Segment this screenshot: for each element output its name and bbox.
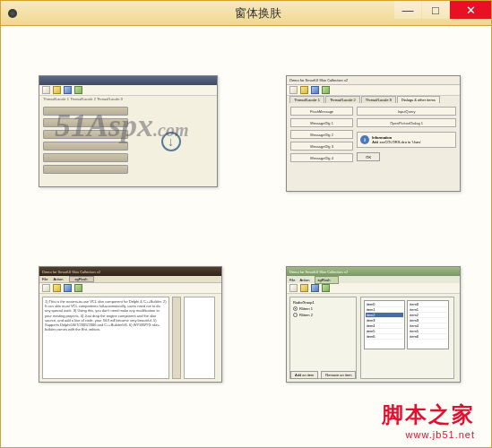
radiogroup-panel: RadioGroup1 R/item 1 R/item 2 bbox=[289, 297, 357, 379]
listbox-2: item0item1 item2item3 item4item5 item6 bbox=[407, 300, 448, 349]
dropdown: zgFlash bbox=[315, 276, 339, 284]
skin-preview-3[interactable]: Demo for SmartUI Skin Collection v2 File… bbox=[39, 266, 222, 383]
preview-button: MessageDlg 4 bbox=[290, 153, 353, 162]
open-icon bbox=[53, 86, 61, 94]
preview-button bbox=[43, 142, 128, 151]
preview2-body: FlashMessage MessageDlg 1 MessageDlg 2 M… bbox=[287, 103, 460, 166]
client-area: 51Aspx.com Thread/Locale 1 Thread/Locale… bbox=[1, 26, 491, 447]
app-icon bbox=[8, 9, 17, 18]
preview-button: OpenPictureDialog 1 bbox=[357, 118, 456, 127]
dropdown: zgFlash bbox=[69, 276, 94, 282]
radio-icon bbox=[293, 306, 298, 311]
skin-preview-2[interactable]: Demo for SmartUI Skin Collection v2 Thre… bbox=[286, 75, 461, 192]
titlebar[interactable]: 窗体换肤 — □ ✕ bbox=[1, 1, 491, 26]
preview2-tabs: Thread/Locale 1 Thread/Locale 2 Thread/L… bbox=[287, 96, 460, 103]
preview-button: MessageDlg 1 bbox=[290, 118, 353, 127]
preview4-titlebar: Demo for SmartUI Skin Collection v2 bbox=[287, 267, 460, 276]
open-icon bbox=[300, 284, 308, 292]
preview-button bbox=[43, 153, 128, 162]
listbox bbox=[184, 297, 215, 379]
preview-button: InputQuery bbox=[357, 107, 456, 116]
save-icon bbox=[311, 86, 319, 94]
info-icon: i bbox=[360, 135, 369, 144]
open-icon bbox=[300, 86, 308, 94]
info-box: i Information Add xxxCOLORS.dcu to 'Uses… bbox=[357, 132, 456, 148]
preview3-menu: File Action zgFlash bbox=[39, 276, 221, 283]
preview3-toolbar bbox=[39, 283, 221, 294]
preview4-body: RadioGroup1 R/item 1 R/item 2 item0item1… bbox=[287, 294, 460, 382]
settings-icon bbox=[74, 284, 82, 292]
preview2-titlebar: Demo for SmartUI Skin Collection v2 bbox=[287, 76, 460, 85]
new-icon bbox=[42, 86, 50, 94]
preview4-toolbar bbox=[287, 283, 460, 294]
new-icon bbox=[289, 86, 298, 94]
save-icon bbox=[64, 86, 72, 94]
download-icon: ↓ bbox=[161, 132, 181, 151]
new-icon bbox=[42, 284, 50, 292]
add-item-button: Add an item bbox=[290, 371, 318, 379]
preview-button: FlashMessage bbox=[290, 107, 353, 116]
preview3-body: 1) This is the easiest-to-use VCL skin c… bbox=[39, 294, 221, 382]
skin-preview-1[interactable]: Thread/Locale 1 Thread/Locale 2 Thread/L… bbox=[39, 75, 218, 187]
preview1-body: Thread/Locale 1 Thread/Locale 2 Thread/L… bbox=[39, 96, 217, 186]
ok-button: OK bbox=[357, 152, 380, 161]
settings-icon bbox=[74, 86, 82, 94]
new-icon bbox=[289, 284, 298, 292]
footer-watermark: 脚本之家 www.jb51.net bbox=[382, 401, 475, 440]
preview-button bbox=[43, 165, 128, 174]
listbox-1: item0item1 item2item3 item4item5 item6 bbox=[364, 300, 405, 349]
save-icon bbox=[311, 284, 319, 292]
preview-button: MessageDlg 2 bbox=[290, 130, 353, 139]
button-bar: Add an item Remove an item bbox=[290, 371, 356, 379]
preview1-toolbar bbox=[39, 85, 217, 96]
preview4-menu: File Action zgFlash bbox=[287, 276, 460, 283]
preview-button bbox=[43, 107, 128, 116]
radio-icon bbox=[293, 313, 298, 317]
settings-icon bbox=[322, 284, 330, 292]
save-icon bbox=[64, 284, 72, 292]
preview1-titlebar bbox=[39, 76, 217, 85]
window-controls: — □ ✕ bbox=[394, 1, 491, 25]
site-url: www.jb51.net bbox=[382, 429, 475, 440]
skin-preview-4[interactable]: Demo for SmartUI Skin Collection v2 File… bbox=[286, 266, 461, 383]
scrollbar bbox=[172, 297, 181, 379]
preview-button: MessageDlg 3 bbox=[290, 142, 353, 151]
remove-item-button: Remove an item bbox=[321, 371, 356, 379]
settings-icon bbox=[322, 86, 330, 94]
close-button[interactable]: ✕ bbox=[450, 1, 491, 19]
memo-text: 1) This is the easiest-to-use VCL skin c… bbox=[42, 297, 169, 379]
preview3-titlebar: Demo for SmartUI Skin Collection v2 bbox=[39, 267, 221, 276]
site-name: 脚本之家 bbox=[382, 401, 475, 429]
open-icon bbox=[53, 284, 61, 292]
preview-button bbox=[43, 130, 128, 139]
main-window: 窗体换肤 — □ ✕ 51Aspx.com Thread/Locale 1 Th… bbox=[0, 0, 492, 448]
preview-button bbox=[43, 118, 128, 127]
preview2-toolbar bbox=[287, 85, 460, 96]
minimize-button[interactable]: — bbox=[394, 1, 421, 19]
tabsheet-panel: item0item1 item2item3 item4item5 item6 i… bbox=[360, 297, 454, 379]
maximize-button[interactable]: □ bbox=[422, 1, 449, 19]
